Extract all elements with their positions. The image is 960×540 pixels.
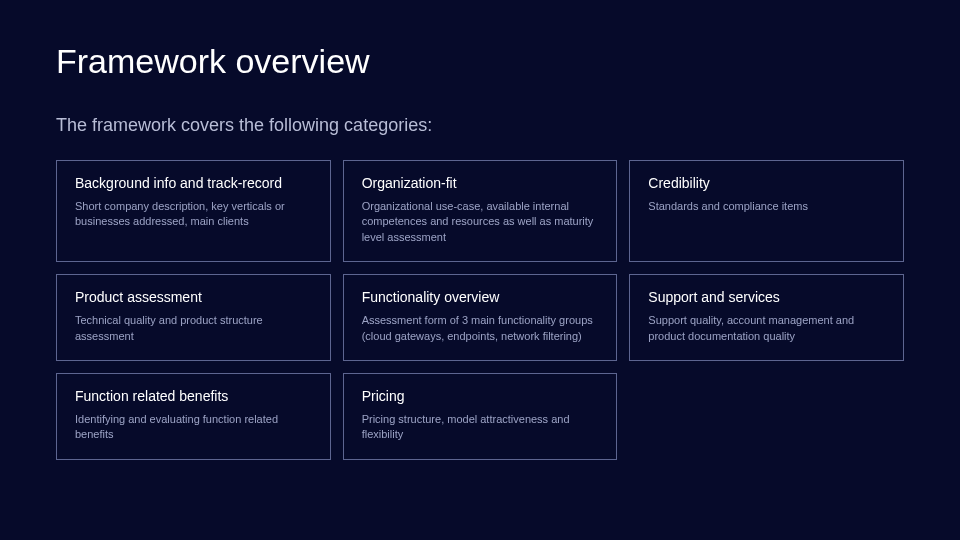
card: Function related benefits Identifying an…: [56, 373, 331, 460]
page-title: Framework overview: [56, 42, 904, 81]
card-title: Support and services: [648, 289, 885, 305]
card-desc: Pricing structure, model attractiveness …: [362, 412, 599, 443]
card: Organization-fit Organizational use-case…: [343, 160, 618, 262]
card-title: Background info and track-record: [75, 175, 312, 191]
card-desc: Standards and compliance items: [648, 199, 885, 214]
card-title: Organization-fit: [362, 175, 599, 191]
card-desc: Organizational use-case, available inter…: [362, 199, 599, 245]
card-grid: Background info and track-record Short c…: [56, 160, 904, 460]
card-desc: Technical quality and product structure …: [75, 313, 312, 344]
card: Background info and track-record Short c…: [56, 160, 331, 262]
card: Support and services Support quality, ac…: [629, 274, 904, 361]
card: Credibility Standards and compliance ite…: [629, 160, 904, 262]
card-desc: Identifying and evaluating function rela…: [75, 412, 312, 443]
card: Product assessment Technical quality and…: [56, 274, 331, 361]
card-title: Pricing: [362, 388, 599, 404]
page-subtitle: The framework covers the following categ…: [56, 115, 904, 136]
card-desc: Assessment form of 3 main functionality …: [362, 313, 599, 344]
card: Pricing Pricing structure, model attract…: [343, 373, 618, 460]
card-title: Credibility: [648, 175, 885, 191]
card-desc: Support quality, account management and …: [648, 313, 885, 344]
card-desc: Short company description, key verticals…: [75, 199, 312, 230]
card-title: Product assessment: [75, 289, 312, 305]
card-title: Functionality overview: [362, 289, 599, 305]
card: Functionality overview Assessment form o…: [343, 274, 618, 361]
card-title: Function related benefits: [75, 388, 312, 404]
